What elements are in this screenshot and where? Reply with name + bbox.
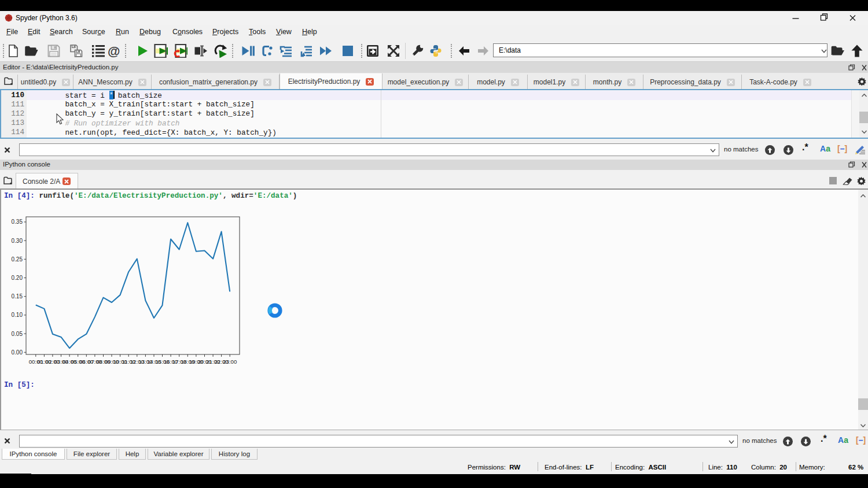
svg-text:0.05: 0.05: [12, 331, 23, 337]
svg-text:0.35: 0.35: [12, 219, 23, 225]
svg-text:0.10: 0.10: [12, 312, 23, 318]
svg-text:0.25: 0.25: [12, 256, 23, 263]
svg-text:0.20: 0.20: [12, 275, 23, 281]
svg-text:0.30: 0.30: [12, 238, 23, 244]
svg-text:23:00: 23:00: [223, 358, 237, 365]
svg-text:0.00: 0.00: [12, 349, 23, 356]
svg-text:0.15: 0.15: [12, 293, 23, 300]
